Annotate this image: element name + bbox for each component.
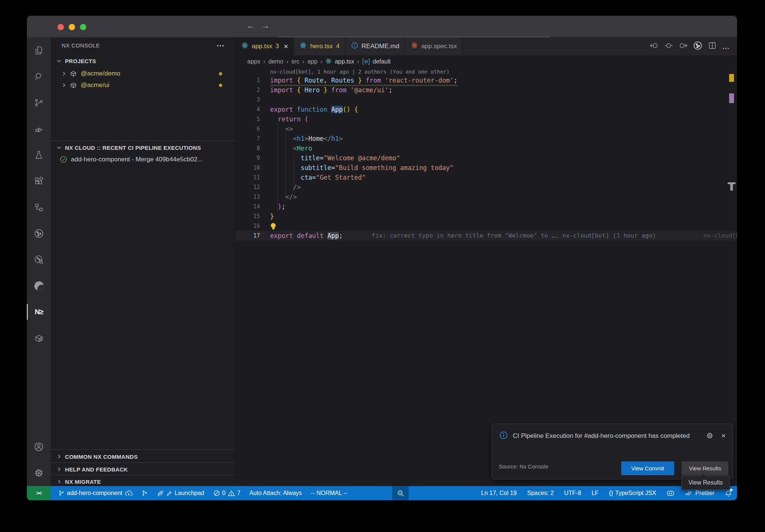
nx-migrate-section[interactable]: NX MIGRATE: [51, 476, 235, 487]
lightbulb-icon[interactable]: [271, 223, 276, 228]
copilot-icon: [666, 490, 675, 497]
testing-icon[interactable]: [27, 142, 51, 168]
tab-hero-tsx[interactable]: hero.tsx 4: [294, 37, 345, 55]
common-nx-commands-section[interactable]: COMMON NX COMMANDS: [51, 451, 235, 462]
copilot-status-item[interactable]: [666, 490, 675, 497]
package-icon: [70, 70, 77, 77]
notification-toast: CI Pipeline Execution for #add-hero-comp…: [492, 424, 733, 479]
run-debug-icon[interactable]: [27, 116, 51, 142]
accounts-icon[interactable]: [27, 434, 51, 460]
code-line-12[interactable]: 12 />: [235, 182, 737, 192]
language-mode-item[interactable]: {} TypeScript JSX: [609, 490, 656, 497]
vim-mode-item[interactable]: -- NORMAL --: [311, 490, 347, 497]
close-window-button[interactable]: [58, 24, 64, 30]
breadcrumb-item-apps[interactable]: apps: [247, 58, 260, 65]
code-line-1[interactable]: 1import { Route, Routes } from 'react-ro…: [235, 75, 737, 85]
code-line-15[interactable]: 15}: [235, 211, 737, 221]
tab-readme-md[interactable]: README.md: [345, 37, 405, 55]
code-line-14[interactable]: 14 );: [235, 202, 737, 211]
project-item-acme-demo[interactable]: @acme/demo: [51, 68, 235, 79]
more-actions-icon[interactable]: …: [722, 42, 730, 51]
breadcrumb-item-demo[interactable]: demo: [268, 58, 283, 65]
explorer-icon[interactable]: [27, 37, 51, 64]
eol-item[interactable]: LF: [592, 490, 599, 497]
help-and-feedback-section[interactable]: HELP AND FEEDBACK: [51, 464, 235, 475]
notification-settings-gear-icon[interactable]: [706, 432, 714, 441]
error-count: 0: [222, 490, 226, 497]
code-line-13[interactable]: 13 </>: [235, 192, 737, 202]
line-number: 13: [235, 192, 260, 202]
inline-blame-annotation: fix: correct typo in hero title from "We…: [372, 231, 656, 241]
formatter-item[interactable]: Prettier: [685, 490, 715, 497]
extensions-icon[interactable]: [27, 168, 51, 194]
tab-app-spec-tsx[interactable]: app.spec.tsx: [405, 37, 462, 55]
notification-close-icon[interactable]: ×: [721, 432, 726, 441]
breadcrumb-item-src[interactable]: src: [291, 58, 299, 65]
zoom-window-button[interactable]: [80, 24, 86, 30]
settings-gear-icon[interactable]: [27, 460, 51, 486]
view-results-button[interactable]: View Results: [682, 461, 728, 475]
code-line-11[interactable]: 11 cta="Get Started": [235, 173, 737, 182]
package-icon: [70, 82, 77, 89]
code-line-4[interactable]: 4export function App() {: [235, 105, 737, 114]
code-line-16[interactable]: 16: [235, 221, 737, 231]
breadcrumb: apps › demo › src › app › app.tsx › defa…: [235, 55, 737, 68]
encoding-item[interactable]: UTF-8: [564, 490, 581, 497]
nx-console-icon[interactable]: N≥: [27, 299, 51, 325]
zoom-indicator[interactable]: [392, 486, 409, 500]
next-change-icon[interactable]: [678, 42, 687, 51]
tab-app-tsx[interactable]: app.tsx 3 ×: [235, 37, 294, 55]
indentation-item[interactable]: Spaces: 2: [527, 490, 554, 497]
search-view-icon[interactable]: [27, 64, 51, 90]
code-line-5[interactable]: 5 return (: [235, 114, 737, 124]
breadcrumb-item-file[interactable]: app.tsx: [335, 58, 354, 65]
minimize-window-button[interactable]: [69, 24, 75, 30]
cursor-position-item[interactable]: Ln 17, Col 19: [481, 490, 517, 497]
indent-guide: [293, 153, 294, 192]
git-actions-item[interactable]: [142, 490, 148, 497]
problems-item[interactable]: 0 7: [213, 490, 241, 497]
projects-section-header[interactable]: PROJECTS: [51, 55, 235, 66]
view-commit-button[interactable]: View Commit: [621, 461, 674, 475]
code-line-3[interactable]: 3: [235, 95, 737, 105]
auto-attach-item[interactable]: Auto Attach: Always: [250, 490, 302, 497]
code-line-9[interactable]: 9 title="Welcome @acme/demo": [235, 153, 737, 163]
title-bar: ← → acme: [27, 16, 737, 37]
code-line-10[interactable]: 10 subtitle="Build something amazing tod…: [235, 163, 737, 173]
source-control-graph-button-icon[interactable]: [693, 41, 703, 52]
notification-dot: [730, 489, 733, 491]
breadcrumb-item-symbol[interactable]: default: [373, 58, 391, 65]
branch-status-item[interactable]: add-hero-component: [58, 490, 133, 497]
code-line-6[interactable]: 6 <>: [235, 124, 737, 134]
sidebar-more-actions-icon[interactable]: …: [216, 39, 224, 49]
nx-cloud-section-header[interactable]: NX CLOUD :: RECENT CI PIPELINE EXECUTION…: [51, 142, 235, 153]
references-view-icon[interactable]: [27, 194, 51, 220]
split-editor-icon[interactable]: [708, 41, 716, 51]
navigate-forward-button[interactable]: →: [261, 21, 270, 31]
line-number: 8: [235, 143, 260, 153]
remote-indicator[interactable]: ><: [27, 486, 51, 500]
navigate-back-button[interactable]: ←: [247, 21, 255, 31]
pipeline-execution-item[interactable]: add-hero-component - Merge 409b44e5cb02.…: [51, 154, 235, 165]
code-line-7[interactable]: 7 <h1>Home</h1>: [235, 134, 737, 143]
close-tab-icon[interactable]: ×: [284, 42, 288, 51]
launchpad-item[interactable]: Launchpad: [157, 490, 204, 497]
project-item-acme-ui[interactable]: @acme/ui: [51, 80, 235, 91]
notifications-bell[interactable]: [725, 490, 732, 497]
source-control-icon[interactable]: [27, 90, 51, 116]
current-change-icon[interactable]: [665, 42, 673, 51]
containers-icon[interactable]: [27, 325, 51, 351]
source-control-graph-icon[interactable]: [27, 220, 51, 247]
line-number: 1: [235, 75, 260, 85]
edge-devtools-icon[interactable]: [27, 273, 51, 299]
remote-icon: ><: [36, 490, 41, 496]
symbol-module-icon: [362, 59, 370, 65]
chevron-right-icon: ›: [286, 58, 288, 65]
graph-search-icon[interactable]: [27, 247, 51, 273]
previous-change-icon[interactable]: [650, 42, 659, 51]
sidebar-title: NX CONSOLE: [62, 42, 100, 49]
code-line-2[interactable]: 2import { Hero } from '@acme/ui';: [235, 85, 737, 95]
code-line-8[interactable]: 8 <Hero: [235, 143, 737, 153]
breadcrumb-item-app[interactable]: app: [307, 58, 318, 65]
section-divider: [51, 140, 235, 141]
